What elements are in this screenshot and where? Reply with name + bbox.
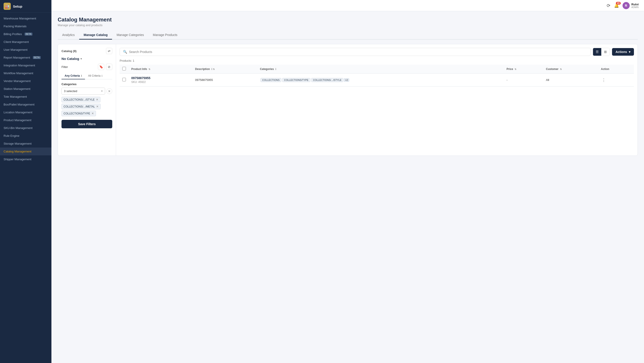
topbar: ⟳ 🔔 23 R Rutvi ADMIN [52, 0, 644, 11]
chevron-down-icon: ▾ [80, 57, 82, 60]
sidebar-badge-report: BETA [33, 56, 41, 59]
view-toggle: ☰ ⊞ [593, 48, 610, 56]
sidebar-item-rule[interactable]: Rule Engine [0, 132, 52, 140]
sidebar-item-skubin[interactable]: SKU-Bin Management [0, 124, 52, 132]
search-input[interactable] [129, 50, 587, 54]
save-filters-button[interactable]: Save Filters [62, 120, 112, 128]
search-box[interactable]: 🔍 [120, 48, 590, 56]
tab-manage-catalog[interactable]: Manage Catalog [79, 31, 112, 39]
row-action-menu-button[interactable]: ⋮ [601, 77, 607, 83]
col-customer[interactable]: Customer ⇅ [544, 65, 598, 73]
tag-remove-style[interactable]: ✕ [96, 98, 98, 101]
sidebar-item-label-boxpallet: Box/Pallet Management [4, 103, 34, 106]
list-view-button[interactable]: ☰ [593, 48, 601, 56]
sidebar-header: 🏭 Setup [0, 0, 52, 13]
sidebar-item-catalog[interactable]: Catalog Management [0, 148, 52, 155]
sidebar-item-label-integration: Integration Management [4, 64, 35, 67]
criteria-info-icon-any: ℹ [81, 74, 82, 77]
sidebar-item-integration[interactable]: Integration Management [0, 61, 52, 69]
actions-label: Actions [616, 50, 627, 54]
content-area: Catalog Management Manage your catalog a… [52, 11, 644, 363]
sidebar-item-billing[interactable]: Billing ProfilesBETA [0, 30, 52, 38]
tag-label-metal: COLLECTIONS/.../METAL [64, 105, 95, 108]
sidebar: 🏭 Setup Warehouse ManagementPacking Mate… [0, 0, 52, 363]
category-tag-style: COLLECTIONS/.../STYLE✕ [62, 97, 100, 102]
categories-cell: COLLECTIONSCOLLECTIONS/TYPECOLLECTIONS/.… [258, 73, 504, 86]
criteria-info-icon-all: ℹ [102, 74, 102, 77]
sidebar-item-warehouse[interactable]: Warehouse Management [0, 14, 52, 22]
sidebar-nav: Warehouse ManagementPacking MaterialsBil… [0, 13, 52, 363]
tag-label-type: COLLECTIONS/TYPE [64, 112, 90, 115]
col-categories: Categories ℹ [258, 65, 504, 73]
col-action: Action [598, 65, 634, 73]
dropdown-arrow-icon: ▾ [101, 90, 103, 92]
user-area[interactable]: R Rutvi ADMIN [622, 2, 639, 9]
products-table: Product Info ⇅ Description ℹ⇅ Categories… [120, 65, 634, 86]
sidebar-item-workflow[interactable]: Workflow Management [0, 69, 52, 77]
main-content: ⟳ 🔔 23 R Rutvi ADMIN Catalog Management … [52, 0, 644, 363]
tab-analytics[interactable]: Analytics [58, 31, 79, 39]
sidebar-item-label-rule: Rule Engine [4, 134, 20, 137]
tag-remove-metal[interactable]: ✕ [96, 105, 98, 108]
bookmark-icon[interactable]: 🔖 [98, 64, 104, 70]
col-description[interactable]: Description ℹ⇅ [192, 65, 258, 73]
catalog-count-label: Catalog (9) [62, 49, 76, 53]
action-cell: ⋮ [598, 73, 634, 86]
category-select[interactable]: 3 selected ▾ [62, 88, 105, 94]
sidebar-item-user[interactable]: User Management [0, 46, 52, 54]
swap-icon[interactable]: ⇄ [106, 48, 112, 54]
criteria-tab-all[interactable]: All Criteria ℹ [85, 73, 106, 79]
avatar: R [622, 2, 630, 9]
refresh-icon[interactable]: ⟳ [607, 3, 610, 8]
sidebar-item-boxpallet[interactable]: Box/Pallet Management [0, 101, 52, 108]
sidebar-item-location[interactable]: Location Management [0, 108, 52, 116]
user-name: Rutvi [632, 3, 639, 6]
sidebar-item-label-packing: Packing Materials [4, 24, 26, 28]
filter-icon[interactable]: ⊘ [106, 64, 112, 70]
clear-categories-button[interactable]: ✕ [106, 88, 112, 94]
col-product-info[interactable]: Product Info ⇅ [128, 65, 192, 73]
search-icon: 🔍 [123, 50, 127, 54]
sidebar-item-label-catalog: Catalog Management [4, 150, 31, 153]
grid-view-button[interactable]: ⊞ [601, 48, 610, 56]
filter-icons: ⇄ [106, 48, 112, 54]
sidebar-item-station[interactable]: Station Management [0, 85, 52, 93]
user-info: Rutvi ADMIN [632, 3, 639, 8]
sidebar-item-label-product: Product Management [4, 118, 31, 122]
sidebar-item-label-skubin: SKU-Bin Management [4, 126, 32, 130]
row-checkbox[interactable] [122, 78, 126, 81]
category-tag-type: COLLECTIONS/TYPE✕ [62, 111, 96, 116]
category-badge: COLLECTIONS [260, 78, 282, 82]
sidebar-item-label-vendor: Vendor Management [4, 79, 31, 83]
sidebar-item-packing[interactable]: Packing Materials [0, 22, 52, 30]
criteria-tab-any[interactable]: Any Criteria ℹ [62, 73, 85, 79]
tab-manage-categories[interactable]: Manage Categories [112, 31, 148, 39]
tag-remove-type[interactable]: ✕ [92, 112, 94, 115]
main-panel: Catalog (9) ⇄ No Catalog ▾ Filter 🔖 ⊘ [58, 44, 638, 156]
page-title: Catalog Management [58, 16, 638, 23]
category-badge: COLLECTIONS/TYPE [282, 78, 310, 82]
catalog-selector[interactable]: No Catalog ▾ [62, 57, 112, 60]
criteria-tabs: Any Criteria ℹAll Criteria ℹ [62, 73, 112, 79]
sidebar-item-label-client: Client Management [4, 40, 29, 43]
actions-chevron-icon: ▾ [629, 50, 630, 54]
main-tabs: AnalyticsManage CatalogManage Categories… [58, 31, 638, 39]
sidebar-item-tote[interactable]: Tote Management [0, 93, 52, 101]
sidebar-item-storage[interactable]: Storage Management [0, 140, 52, 148]
notifications-icon[interactable]: 🔔 23 [614, 3, 619, 8]
col-price[interactable]: Price ⇅ [504, 65, 543, 73]
sidebar-item-client[interactable]: Client Management [0, 38, 52, 46]
sidebar-item-vendor[interactable]: Vendor Management [0, 77, 52, 85]
products-count: Products: 1 [120, 59, 634, 62]
filter-panel: Catalog (9) ⇄ No Catalog ▾ Filter 🔖 ⊘ [58, 44, 116, 156]
tab-manage-products[interactable]: Manage Products [148, 31, 182, 39]
notifications-badge: 23 [616, 2, 620, 5]
select-all-checkbox[interactable] [122, 67, 126, 70]
sidebar-item-product[interactable]: Product Management [0, 116, 52, 124]
select-all-header [120, 65, 128, 73]
sidebar-item-report[interactable]: Report ManagementBETA [0, 54, 52, 61]
actions-button[interactable]: Actions ▾ [612, 48, 634, 56]
customer-cell: All [544, 73, 598, 86]
sidebar-item-shipper[interactable]: Shipper Management [0, 155, 52, 163]
sidebar-item-label-workflow: Workflow Management [4, 71, 33, 75]
